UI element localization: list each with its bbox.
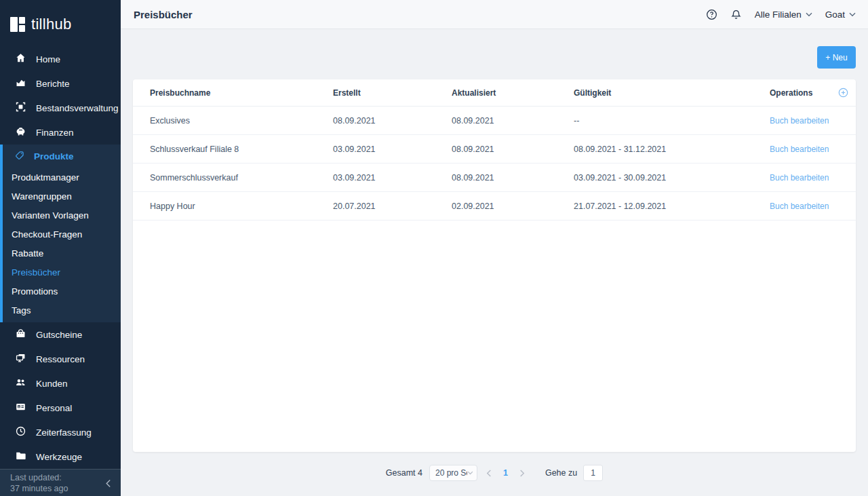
column-header-name: Preisbuchname bbox=[150, 88, 333, 98]
sidebar-item-label: Bestandsverwaltung bbox=[36, 103, 119, 113]
sub-item-label: Rabatte bbox=[12, 248, 43, 259]
chevron-down-icon bbox=[849, 12, 856, 17]
edit-book-link[interactable]: Buch bearbeiten bbox=[770, 202, 837, 211]
edit-book-link[interactable]: Buch bearbeiten bbox=[770, 145, 837, 154]
sidebar: tillhub Home Berichte Bestandsverwaltung… bbox=[0, 0, 121, 496]
sidebar-item-ressourcen[interactable]: Ressourcen bbox=[0, 347, 121, 371]
sidebar-item-tags[interactable]: Tags bbox=[3, 301, 121, 320]
table-row: Sommerschlussverkauf 03.09.2021 08.09.20… bbox=[133, 164, 856, 192]
cell-validity: 03.09.2021 - 30.09.2021 bbox=[574, 173, 770, 183]
sidebar-footer: Last updated: 37 minutes ago bbox=[0, 469, 121, 496]
sidebar-item-label: Berichte bbox=[36, 79, 70, 89]
sub-item-label: Promotions bbox=[12, 286, 58, 297]
edit-book-link[interactable]: Buch bearbeiten bbox=[770, 173, 837, 183]
pagination-bar: Gesamt 4 20 pro Seite 1 Gehe zu bbox=[133, 465, 856, 481]
topbar-right-controls: Alle Filialen Goat bbox=[706, 9, 856, 20]
sidebar-item-zeiterfassung[interactable]: Zeiterfassung bbox=[0, 420, 121, 444]
sidebar-item-personal[interactable]: Personal bbox=[0, 396, 121, 420]
goto-page-label: Gehe zu bbox=[545, 468, 577, 478]
chevron-down-icon bbox=[806, 12, 812, 17]
cell-validity: 08.09.2021 - 31.12.2021 bbox=[574, 145, 770, 154]
cell-name: Exclusives bbox=[150, 116, 333, 126]
branch-selector-label: Alle Filialen bbox=[755, 9, 802, 20]
sidebar-item-preisbuecher-active[interactable]: Preisbücher bbox=[3, 263, 121, 282]
sidebar-item-label: Kunden bbox=[36, 379, 68, 389]
sidebar-section-produkte: Produkte Produktmanager Warengruppen Var… bbox=[0, 145, 121, 322]
goto-page-input[interactable] bbox=[583, 465, 603, 481]
sidebar-item-home[interactable]: Home bbox=[0, 47, 121, 71]
sub-item-label: Preisbücher bbox=[12, 267, 60, 278]
tag-icon bbox=[14, 150, 25, 163]
sidebar-item-warengruppen[interactable]: Warengruppen bbox=[3, 187, 121, 206]
monitors-icon bbox=[15, 352, 26, 366]
sidebar-item-checkout-fragen[interactable]: Checkout-Fragen bbox=[3, 225, 121, 244]
sidebar-item-gutscheine[interactable]: Gutscheine bbox=[0, 322, 121, 347]
inventory-scan-icon bbox=[15, 101, 26, 115]
edit-book-link[interactable]: Buch bearbeiten bbox=[770, 116, 837, 126]
sidebar-item-produktmanager[interactable]: Produktmanager bbox=[3, 168, 121, 187]
sidebar-item-varianten-vorlagen[interactable]: Varianten Vorlagen bbox=[3, 206, 121, 225]
cell-updated: 08.09.2021 bbox=[452, 145, 574, 154]
cell-created: 08.09.2021 bbox=[333, 116, 452, 126]
sub-item-label: Produktmanager bbox=[12, 172, 79, 183]
sidebar-section-label: Produkte bbox=[34, 151, 74, 161]
sub-item-label: Tags bbox=[12, 305, 31, 316]
toolbar: + Neu bbox=[133, 46, 856, 69]
sidebar-collapse-chevron-icon[interactable] bbox=[105, 479, 111, 488]
voucher-icon bbox=[15, 328, 26, 341]
pagination-total: Gesamt 4 bbox=[386, 468, 422, 478]
sub-item-label: Varianten Vorlagen bbox=[12, 210, 89, 221]
people-icon bbox=[15, 377, 26, 390]
reports-chart-icon bbox=[15, 77, 26, 90]
id-card-icon bbox=[15, 401, 26, 415]
next-page-chevron-icon[interactable] bbox=[511, 470, 534, 477]
branch-selector-dropdown[interactable]: Alle Filialen bbox=[755, 9, 812, 20]
sidebar-item-rabatte[interactable]: Rabatte bbox=[3, 244, 121, 263]
tillhub-logo-text: tillhub bbox=[31, 16, 72, 33]
cell-created: 20.07.2021 bbox=[333, 202, 452, 211]
content-area: + Neu Preisbuchname Erstellt Aktualisier… bbox=[121, 29, 868, 496]
bell-icon[interactable] bbox=[730, 9, 742, 20]
table-row: Exclusives 08.09.2021 08.09.2021 -- Buch… bbox=[133, 107, 856, 135]
cell-name: Sommerschlussverkauf bbox=[150, 173, 333, 183]
sidebar-item-label: Personal bbox=[36, 403, 72, 413]
sidebar-item-finanzen[interactable]: Finanzen bbox=[0, 120, 121, 145]
pricebooks-table-card: Preisbuchname Erstellt Aktualisiert Gült… bbox=[133, 79, 856, 452]
tillhub-logo-icon bbox=[10, 17, 25, 32]
new-pricebook-button[interactable]: + Neu bbox=[817, 46, 856, 69]
sidebar-item-label: Zeiterfassung bbox=[36, 427, 92, 438]
column-header-operations: Operations bbox=[770, 88, 837, 98]
last-updated-text: Last updated: 37 minutes ago bbox=[10, 473, 105, 494]
sidebar-item-label: Gutscheine bbox=[36, 330, 82, 340]
cell-created: 03.09.2021 bbox=[333, 145, 452, 154]
column-header-updated: Aktualisiert bbox=[452, 88, 574, 98]
sidebar-item-werkzeuge[interactable]: Werkzeuge bbox=[0, 444, 121, 469]
sidebar-item-produkte[interactable]: Produkte bbox=[3, 145, 121, 168]
sub-item-label: Warengruppen bbox=[12, 191, 72, 202]
page-size-label: 20 pro Seite bbox=[435, 468, 467, 478]
plus-circle-icon[interactable] bbox=[837, 87, 849, 98]
sidebar-item-bestandsverwaltung[interactable]: Bestandsverwaltung bbox=[0, 96, 121, 120]
page-number-1[interactable]: 1 bbox=[500, 468, 511, 478]
last-updated-line2: 37 minutes ago bbox=[10, 484, 105, 495]
top-header-bar: Preisbücher Alle Filialen Goat bbox=[121, 0, 868, 29]
cell-updated: 08.09.2021 bbox=[452, 173, 574, 183]
account-menu-dropdown[interactable]: Goat bbox=[825, 9, 856, 20]
prev-page-chevron-icon[interactable] bbox=[477, 470, 500, 477]
column-header-created: Erstellt bbox=[333, 88, 452, 98]
folder-icon bbox=[15, 450, 26, 463]
cell-created: 03.09.2021 bbox=[333, 173, 452, 183]
sidebar-item-promotions[interactable]: Promotions bbox=[3, 282, 121, 301]
sidebar-item-berichte[interactable]: Berichte bbox=[0, 71, 121, 96]
help-circle-icon[interactable] bbox=[706, 9, 717, 20]
cell-validity: 21.07.2021 - 12.09.2021 bbox=[574, 202, 770, 211]
tillhub-logo: tillhub bbox=[0, 0, 121, 47]
page-size-select[interactable]: 20 pro Seite bbox=[429, 465, 477, 481]
cell-updated: 08.09.2021 bbox=[452, 116, 574, 126]
sidebar-item-label: Ressourcen bbox=[36, 354, 85, 364]
sub-item-label: Checkout-Fragen bbox=[12, 229, 82, 240]
sidebar-item-kunden[interactable]: Kunden bbox=[0, 371, 121, 396]
table-row: Happy Hour 20.07.2021 02.09.2021 21.07.2… bbox=[133, 192, 856, 221]
main-area: Preisbücher Alle Filialen Goat + Neu Pre… bbox=[121, 0, 868, 496]
column-header-validity: Gültigkeit bbox=[574, 88, 770, 98]
